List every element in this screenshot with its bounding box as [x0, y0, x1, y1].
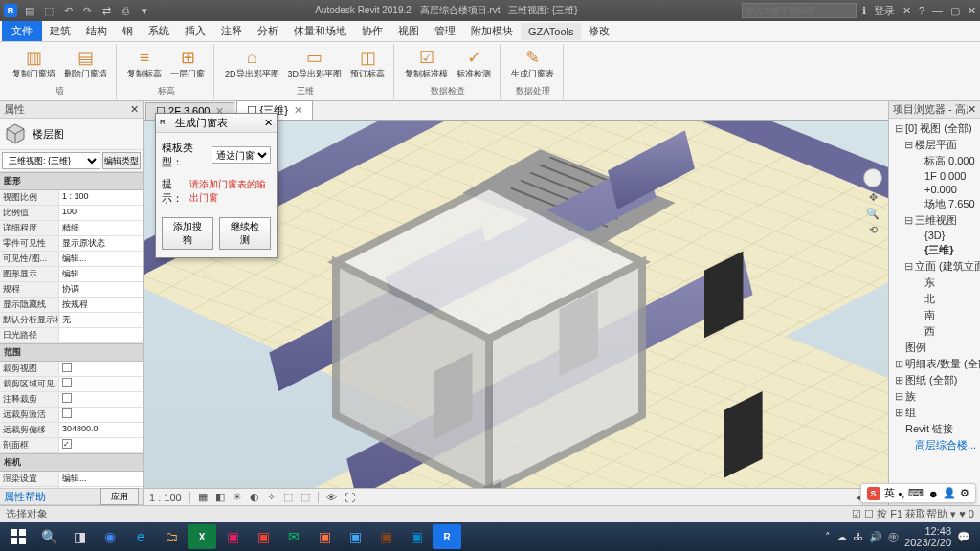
property-value[interactable] [59, 408, 143, 422]
property-value[interactable]: 显示原状态 [59, 236, 143, 251]
tree-item[interactable]: 图例 [891, 340, 978, 356]
property-section-header[interactable]: 图形 [0, 172, 143, 190]
property-section-header[interactable]: 范围 [0, 343, 143, 362]
steering-wheel-icon[interactable] [863, 168, 882, 187]
property-value[interactable]: 协调 [59, 282, 143, 297]
view-instance-combo[interactable]: 三维视图: {三维} [2, 152, 100, 169]
orbit-icon[interactable]: ⟲ [869, 224, 878, 236]
ribbon-button[interactable]: ✎生成门窗表 [508, 44, 557, 81]
tree-item[interactable]: ⊟[0] 视图 (全部) [891, 121, 978, 137]
menu-item[interactable]: 协作 [354, 21, 390, 41]
excel-icon[interactable]: X [188, 524, 216, 549]
tree-item[interactable]: ⊟立面 (建筑立面) [891, 258, 978, 275]
tree-item[interactable]: ⊞明细表/数量 (全部) [891, 356, 978, 372]
ribbon-button[interactable]: ◫预订标高 [347, 44, 388, 81]
menu-file[interactable]: 文件 [2, 21, 42, 41]
menu-item[interactable]: 注释 [213, 21, 250, 41]
property-value[interactable]: 编辑... [59, 252, 143, 266]
minimize-icon[interactable]: — [932, 5, 943, 16]
exchange-icon[interactable]: ✕ [902, 5, 911, 17]
app-icon[interactable]: ▣ [310, 524, 339, 549]
menu-item[interactable]: 系统 [141, 21, 177, 41]
menu-item[interactable]: 修改 [581, 21, 617, 41]
checkbox[interactable] [62, 378, 72, 387]
ribbon-button[interactable]: ✓标准检测 [454, 44, 494, 81]
property-value[interactable]: 编辑... [59, 267, 143, 281]
type-selector[interactable]: 楼层图 [0, 119, 143, 150]
render-icon[interactable]: ✧ [265, 491, 278, 503]
menu-item[interactable]: 视图 [390, 21, 427, 41]
tree-item[interactable]: 场地 7.650 [891, 196, 978, 212]
nav-bar[interactable]: ✥ 🔍 ⟲ [863, 168, 882, 236]
pan-icon[interactable]: ✥ [869, 191, 878, 204]
ime-keyboard-icon[interactable]: ⌨ [908, 487, 924, 499]
property-row[interactable]: 裁剪视图 [0, 362, 143, 377]
checkbox[interactable] [62, 439, 72, 449]
tree-item[interactable]: ⊟楼层平面 [891, 137, 978, 153]
system-tray[interactable]: ˄ ☁ 🖧 🔊 ㊥ 12:48 2023/2/20 💬 [819, 525, 976, 548]
ribbon-button[interactable]: ▤删除门窗墙 [61, 44, 110, 81]
menu-item[interactable]: 体量和场地 [286, 21, 354, 41]
property-value[interactable]: 100 [59, 206, 143, 220]
property-value[interactable]: 无 [59, 313, 143, 327]
volume-icon[interactable]: 🔊 [869, 531, 882, 543]
menu-item[interactable]: 钢 [115, 21, 141, 41]
zoom-icon[interactable]: 🔍 [866, 208, 880, 220]
tree-item[interactable]: 北 [891, 291, 978, 307]
tree-toggle-icon[interactable]: ⊟ [904, 139, 913, 151]
dialog-cancel-button[interactable]: 继续检测 [219, 217, 271, 250]
property-row[interactable]: 图形显示...编辑... [0, 267, 143, 282]
property-value[interactable]: 1 : 100 [59, 190, 143, 205]
property-row[interactable]: 裁剪区域可见 [0, 377, 143, 392]
ribbon-button[interactable]: ▭3D导出彩平图 [285, 44, 345, 81]
tab-close-icon[interactable]: ✕ [294, 104, 302, 117]
checkbox[interactable] [62, 408, 72, 418]
property-row[interactable]: 远裁剪偏移304800.0 [0, 423, 143, 438]
tree-toggle-icon[interactable]: ⊟ [904, 260, 913, 273]
tree-item[interactable]: ⊞组 [891, 405, 978, 421]
checkbox[interactable] [62, 393, 72, 403]
detail-level-icon[interactable]: ▦ [196, 491, 210, 503]
tree-item[interactable]: ⊞图纸 (全部) [891, 372, 978, 388]
property-row[interactable]: 详细程度精细 [0, 221, 143, 236]
property-value[interactable] [59, 377, 143, 391]
property-row[interactable]: 视图比例1 : 100 [0, 190, 143, 206]
help-icon[interactable]: ? [919, 5, 924, 16]
info-icon[interactable]: ℹ [862, 5, 866, 17]
tree-item[interactable]: 1F 0.000 [891, 169, 978, 183]
app-icon[interactable]: ▣ [341, 524, 369, 549]
hide-isolate-icon[interactable]: 👁 [324, 492, 339, 503]
explorer-icon[interactable]: 🗂 [157, 524, 186, 549]
property-value[interactable]: 304800.0 [59, 423, 143, 437]
tree-item[interactable]: {3D} [891, 229, 978, 242]
menu-item[interactable]: 建筑 [42, 21, 78, 41]
menu-item[interactable]: 分析 [250, 21, 286, 41]
revit-taskbar-icon[interactable]: R [433, 524, 461, 549]
sun-path-icon[interactable]: ☀ [231, 491, 244, 503]
tree-item[interactable]: 标高 0.000 [891, 153, 978, 169]
property-row[interactable]: 远裁剪激活 [0, 408, 143, 423]
ribbon-button[interactable]: ≡复制标高 [124, 44, 165, 81]
property-row[interactable]: 渲染设置编辑... [0, 472, 143, 487]
property-row[interactable]: 规程协调 [0, 282, 143, 298]
edit-type-button[interactable]: 编辑类型 [102, 152, 141, 169]
property-row[interactable]: 注释裁剪 [0, 392, 143, 408]
notifications-icon[interactable]: 💬 [957, 531, 970, 543]
panel-close-icon[interactable]: ✕ [968, 103, 976, 116]
properties-help-link[interactable]: 属性帮助 [4, 490, 46, 504]
tree-toggle-icon[interactable]: ⊟ [895, 122, 903, 135]
tray-chevron-icon[interactable]: ˄ [825, 531, 831, 543]
dialog-titlebar[interactable]: R生成门窗表 ✕ [156, 114, 277, 133]
ime-emoji-icon[interactable]: ☻ [927, 488, 939, 499]
ribbon-button[interactable]: ▥复制门窗墙 [10, 44, 58, 81]
property-value[interactable] [59, 438, 143, 452]
close-icon[interactable]: ✕ [968, 5, 976, 17]
tree-item[interactable]: +0.000 [891, 183, 978, 196]
ribbon-button[interactable]: ☑复制标准模 [402, 44, 451, 81]
app-icon[interactable]: ▣ [249, 524, 278, 549]
property-row[interactable]: 可见性/图...编辑... [0, 252, 143, 267]
qat-open-icon[interactable]: ⬚ [42, 4, 56, 17]
property-value[interactable] [59, 392, 143, 407]
task-view-icon[interactable]: ◨ [65, 524, 94, 549]
crop-show-icon[interactable]: ⬚ [299, 491, 312, 503]
